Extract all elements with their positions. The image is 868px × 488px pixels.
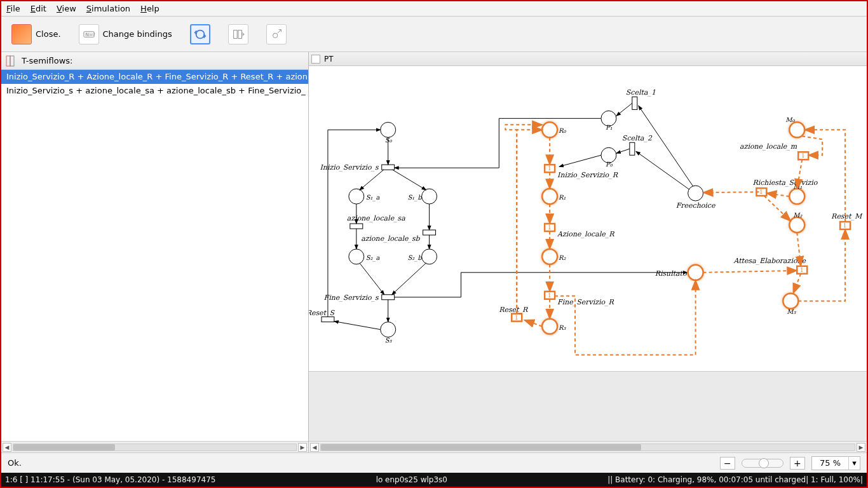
scroll-thumb[interactable] [321,444,641,451]
close-label: Close. [36,29,61,39]
svg-text:1: 1 [801,152,804,159]
zoom-in-button[interactable]: + [790,457,805,470]
svg-rect-6 [6,56,10,66]
svg-text:R₁: R₁ [559,194,566,201]
svg-point-22 [422,249,437,264]
svg-point-2 [196,30,204,38]
status-bar: Ok. − + 75 % ▾ [1,452,867,473]
svg-point-67 [789,189,804,204]
canvas-h-scrollbar[interactable]: ◀ ▶ [309,441,867,452]
canvas-title: PT [324,55,334,64]
svg-text:Reset_R: Reset_R [499,306,528,314]
canvas-wrap: S₀ Inizio_Servizio_s S₁_a S₁_b azione_lo… [309,66,867,452]
right-panel: PT S₀ Inizio_Servizio_s S₁_a S₁_b azione… [309,52,867,452]
svg-text:1: 1 [515,314,518,321]
svg-point-60 [688,265,703,280]
canvas-filler [309,371,867,441]
step-button[interactable] [224,22,252,47]
svg-text:Richiesta_Servizio: Richiesta_Servizio [752,179,818,187]
svg-text:azione_locale_m: azione_locale_m [740,142,797,151]
svg-text:P₁: P₁ [606,124,613,131]
petri-canvas[interactable]: S₀ Inizio_Servizio_s S₁_a S₁_b azione_lo… [309,66,867,371]
svg-point-12 [349,189,364,204]
svg-point-26 [381,322,396,337]
svg-text:1: 1 [759,188,763,195]
svg-rect-3 [233,30,237,38]
change-bindings-button[interactable]: N=? Change bindings [75,22,176,47]
zoom-slider[interactable] [742,459,783,468]
svg-text:S₀: S₀ [385,137,393,144]
scroll-right-icon[interactable]: ▶ [298,443,307,452]
svg-text:M₀: M₀ [785,116,795,123]
zoom-out-button[interactable]: − [720,457,735,470]
svg-text:Scelta_2: Scelta_2 [622,134,653,142]
list-item[interactable]: Inizio_Servizio_s + azione_locale_sa + a… [1,84,308,98]
restart-button[interactable] [186,22,214,47]
close-button[interactable]: Close. [8,22,65,47]
chevron-down-icon[interactable]: ▾ [848,457,860,470]
svg-point-20 [349,249,364,264]
svg-text:Inizio_Servizio_s: Inizio_Servizio_s [320,163,380,172]
zoom-value: 75 % [812,458,848,468]
left-panel-header: T-semiflows: [1,52,308,70]
menu-file[interactable]: File [1,2,25,15]
scroll-right-icon[interactable]: ▶ [857,443,865,452]
scroll-track[interactable] [320,444,855,451]
svg-text:R₂: R₂ [559,254,567,261]
left-panel-title: T-semiflows: [22,56,72,65]
svg-rect-4 [238,30,242,38]
restart-icon [190,24,210,44]
svg-text:S₂_b: S₂_b [407,254,422,262]
scroll-track[interactable] [13,444,297,451]
taskbar-right: || Battery: 0: Charging, 98%, 00:07:05 u… [607,475,863,484]
change-bindings-label: Change bindings [103,29,172,39]
svg-rect-10 [382,165,395,170]
svg-text:Freechoice: Freechoice [676,201,715,210]
svg-text:Attesa_Elaborazione: Attesa_Elaborazione [733,257,806,265]
list-item[interactable]: Inizio_Servizio_R + Azione_locale_R + Fi… [1,70,308,84]
scroll-thumb[interactable] [13,444,115,451]
desktop-taskbar: 1:6 [ ] 11:17:55 - (Sun 03 May, 05.2020)… [1,473,867,487]
semiflow-list[interactable]: Inizio_Servizio_R + Azione_locale_R + Fi… [1,70,308,441]
svg-text:1: 1 [548,292,551,299]
svg-rect-36 [630,142,635,155]
zoom-combo[interactable]: 75 % ▾ [811,456,860,470]
svg-point-8 [381,122,396,137]
svg-text:Scelta_1: Scelta_1 [626,88,656,97]
svg-point-40 [542,122,557,137]
menu-help[interactable]: Help [135,2,165,15]
canvas-header: PT [309,52,867,66]
svg-text:R₀: R₀ [559,127,567,134]
svg-rect-32 [632,97,637,109]
svg-text:1: 1 [800,266,803,273]
close-icon [11,24,32,44]
svg-text:S₁_b: S₁_b [407,194,422,201]
menu-view[interactable]: View [51,2,81,15]
svg-text:azione_locale_sa: azione_locale_sa [347,214,405,222]
svg-text:1: 1 [843,222,846,229]
menu-simulation[interactable]: Simulation [81,2,135,15]
svg-text:S₁_a: S₁_a [366,194,380,201]
scroll-left-icon[interactable]: ◀ [3,443,11,452]
svg-text:1: 1 [548,165,551,172]
taskbar-center: lo enp0s25 wlp3s0 [376,475,447,484]
svg-rect-16 [350,224,363,229]
svg-text:P₀: P₀ [606,161,613,168]
menu-edit[interactable]: Edit [25,2,51,15]
svg-rect-18 [423,230,436,235]
svg-text:S₃: S₃ [385,337,393,344]
svg-text:Reset_S: Reset_S [309,309,335,317]
zoom-knob[interactable] [759,458,769,468]
svg-text:Risultato: Risultato [655,269,688,278]
svg-rect-24 [382,295,395,300]
tool-icon-button[interactable] [262,22,290,47]
left-h-scrollbar[interactable]: ◀ ▶ [1,441,308,452]
tool-icon [266,24,287,44]
svg-text:Azione_locale_R: Azione_locale_R [557,230,614,238]
scroll-left-icon[interactable]: ◀ [310,443,319,452]
toolbar: Close. N=? Change bindings [1,17,867,52]
svg-point-5 [273,33,277,37]
svg-text:M₂: M₂ [793,212,803,219]
step-icon [228,24,248,44]
svg-rect-7 [10,56,14,66]
